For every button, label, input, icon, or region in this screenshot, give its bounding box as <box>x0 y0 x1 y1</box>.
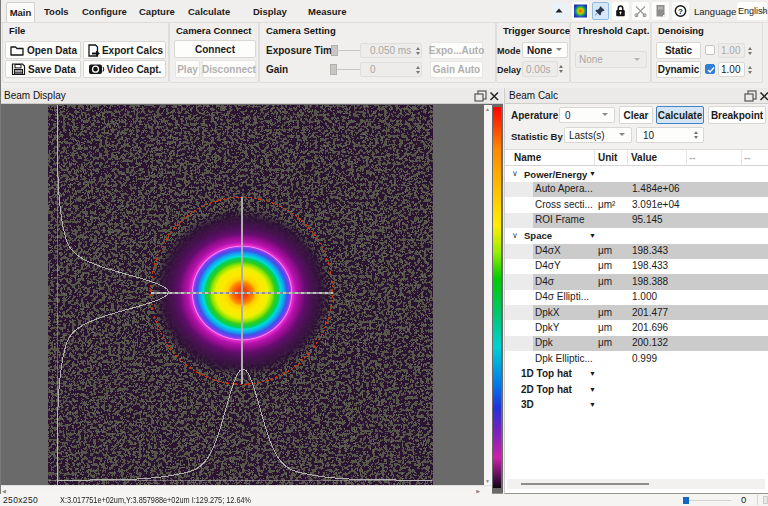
svg-text:?: ? <box>678 7 683 16</box>
